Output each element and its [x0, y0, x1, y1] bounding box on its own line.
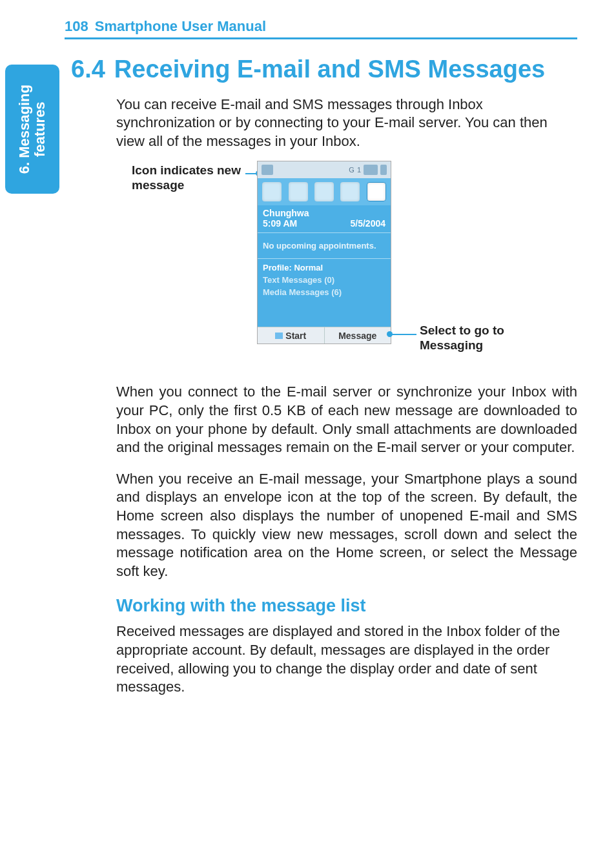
phone-screenshot: G 1 Chunghwa 5:09 AM 5/5/2004 No upcomin… — [257, 161, 391, 344]
card-app-icon — [314, 182, 334, 201]
section-number: 6.4 — [71, 56, 105, 84]
chapter-side-tab: 6. Messaging features — [5, 65, 59, 194]
callout-messaging: Select to go to Messaging — [420, 323, 562, 353]
chapter-side-tab-text: 6. Messaging features — [17, 85, 48, 174]
windows-flag-icon — [275, 333, 283, 339]
notes-app-icon — [289, 182, 308, 201]
page-header: 108 Smartphone User Manual — [65, 18, 577, 39]
app-icon-row — [258, 178, 391, 205]
manual-title: Smartphone User Manual — [95, 18, 266, 35]
plus-app-icon — [367, 182, 386, 201]
ie-app-icon — [340, 182, 360, 201]
time-label: 5:09 AM — [263, 218, 297, 229]
intro-paragraph: You can receive E-mail and SMS messages … — [116, 96, 577, 151]
status-count: 1 — [357, 166, 361, 174]
section-heading: 6.4 Receiving E-mail and SMS Messages — [71, 56, 577, 84]
envelope-icon — [262, 165, 273, 175]
appointments-label: No upcoming appointments. — [258, 233, 391, 258]
media-messages-label: Media Messages (6) — [258, 286, 391, 298]
pointer-line-right — [392, 334, 416, 335]
paragraph-message-list: Received messages are displayed and stor… — [116, 622, 577, 696]
softkey-message[interactable]: Message — [325, 327, 391, 343]
battery-icon — [364, 165, 378, 175]
section-title: Receiving E-mail and SMS Messages — [114, 56, 545, 84]
time-date-row: 5:09 AM 5/5/2004 — [258, 218, 391, 232]
callout-new-message: Icon indicates new message — [132, 163, 254, 193]
paragraph-sync: When you connect to the E-mail server or… — [116, 383, 577, 456]
subheading-message-list: Working with the message list — [116, 596, 577, 616]
softkey-start[interactable]: Start — [258, 327, 325, 343]
profile-label: Profile: Normal — [258, 259, 391, 274]
date-label: 5/5/2004 — [351, 218, 386, 229]
signal-icon — [380, 165, 387, 175]
screenshot-diagram: Icon indicates new message G 1 Chung — [116, 163, 577, 357]
carrier-label: Chunghwa — [258, 205, 391, 218]
softkey-bar: Start Message — [258, 327, 391, 343]
status-g-icon: G — [349, 166, 354, 174]
paragraph-receive: When you receive an E-mail message, your… — [116, 470, 577, 581]
text-messages-label: Text Messages (0) — [258, 274, 391, 286]
page-number: 108 — [65, 18, 88, 35]
mail-app-icon — [262, 182, 282, 201]
status-bar: G 1 — [258, 161, 391, 178]
